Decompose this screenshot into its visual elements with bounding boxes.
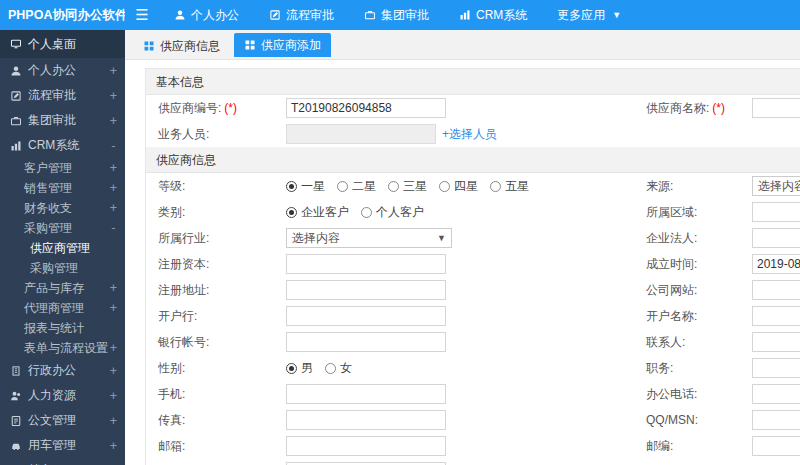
fax-input[interactable]: [286, 410, 446, 430]
gender-radio-female[interactable]: 女: [325, 360, 352, 377]
sidebar-item-customer-mgmt[interactable]: 客户管理 +: [0, 158, 125, 178]
level-radio-3[interactable]: 三星: [388, 178, 427, 195]
expand-marker: +: [110, 389, 117, 403]
required-mark: (*): [224, 101, 237, 115]
category-radio-personal[interactable]: 个人客户: [361, 204, 424, 221]
field-label: 性别:: [146, 360, 286, 377]
sidebar-item-documents[interactable]: 公文管理 +: [0, 408, 125, 433]
zip-input[interactable]: [752, 436, 800, 456]
qq-input[interactable]: [752, 410, 800, 430]
office-phone-input[interactable]: [752, 384, 800, 404]
person-icon: [10, 65, 22, 77]
menu-toggle-icon[interactable]: ☰: [125, 6, 159, 24]
form-row: 注册资本: 成立时间:: [146, 251, 800, 277]
sidebar-item-reports[interactable]: 报表与统计: [0, 318, 125, 338]
sidebar-item-sales-mgmt[interactable]: 销售管理 +: [0, 178, 125, 198]
person-icon: [174, 9, 186, 21]
industry-select[interactable]: 选择内容▼: [286, 228, 452, 248]
bank-input[interactable]: [286, 306, 446, 326]
established-date-input[interactable]: [752, 254, 800, 274]
sidebar-item-label: 用车管理: [28, 437, 104, 454]
topnav-personal-office[interactable]: 个人办公: [159, 0, 254, 30]
supplier-no-input[interactable]: [286, 98, 446, 118]
sidebar-item-crm[interactable]: CRM系统 -: [0, 133, 125, 158]
sidebar-item-desktop[interactable]: 个人桌面: [0, 30, 125, 58]
sidebar-item-supplier-mgmt[interactable]: 供应商管理: [0, 238, 125, 258]
topnav-crm[interactable]: CRM系统: [444, 0, 542, 30]
field-label: 公司网站:: [646, 282, 752, 299]
sidebar-item-purchase-mgmt[interactable]: 采购管理 -: [0, 218, 125, 238]
main-content: 供应商信息 供应商添加 基本信息 供应商编号:(*) 供应商名称:(*) 业务人…: [125, 30, 800, 465]
level-radio-4[interactable]: 四星: [439, 178, 478, 195]
field-label: 所属区域:: [646, 204, 752, 221]
category-radio-company[interactable]: 企业客户: [286, 204, 349, 221]
sidebar-item-label: 人力资源: [28, 387, 104, 404]
source-select[interactable]: 选择内容▼: [752, 176, 800, 196]
monitor-icon: [10, 38, 22, 50]
topnav-group-approval[interactable]: 集团审批: [349, 0, 444, 30]
sidebar-item-label: 产品与库存: [24, 280, 110, 297]
sidebar-item-products-inventory[interactable]: 产品与库存 +: [0, 278, 125, 298]
supplier-name-input[interactable]: [752, 98, 800, 118]
registered-capital-input[interactable]: [286, 254, 446, 274]
sidebar-item-archives[interactable]: 档案管理 +: [0, 458, 125, 465]
sidebar-item-label: 公文管理: [28, 412, 104, 429]
document-icon: [10, 415, 22, 427]
chevron-down-icon: ▼: [612, 10, 621, 20]
registered-address-input[interactable]: [286, 280, 446, 300]
sidebar-item-group-approval[interactable]: 集团审批 +: [0, 108, 125, 133]
tab-supplier-info[interactable]: 供应商信息: [133, 33, 230, 59]
radio-icon: [325, 363, 336, 374]
field-label: 来源:: [646, 178, 752, 195]
briefcase-icon: [364, 9, 376, 21]
section-header-supplier: 供应商信息: [146, 147, 800, 173]
gender-radio-male[interactable]: 男: [286, 360, 313, 377]
sales-person-input[interactable]: [286, 124, 436, 144]
sidebar-item-label: 采购管理: [30, 260, 117, 277]
sidebar-item-form-flow-settings[interactable]: 表单与流程设置 +: [0, 338, 125, 358]
website-input[interactable]: [752, 280, 800, 300]
sidebar-item-personal-office[interactable]: 个人办公 +: [0, 58, 125, 83]
choose-person-link[interactable]: +选择人员: [442, 126, 497, 143]
sidebar-item-label: 采购管理: [24, 220, 110, 237]
position-input[interactable]: [752, 358, 800, 378]
sidebar-item-finance[interactable]: 财务收支 +: [0, 198, 125, 218]
sidebar-item-agent-mgmt[interactable]: 代理商管理 +: [0, 298, 125, 318]
expand-marker: +: [110, 414, 117, 428]
region-input[interactable]: [752, 202, 800, 222]
expand-marker: +: [110, 89, 117, 103]
bar-chart-icon: [459, 9, 471, 21]
level-radio-1[interactable]: 一星: [286, 178, 325, 195]
sidebar-item-admin-office[interactable]: 行政办公 +: [0, 358, 125, 383]
level-radio-2[interactable]: 二星: [337, 178, 376, 195]
bank-no-input[interactable]: [286, 332, 446, 352]
required-mark: (*): [712, 101, 725, 115]
form-row: 开户行: 开户名称:: [146, 303, 800, 329]
form-row: 手机: 办公电话:: [146, 381, 800, 407]
section-header-basic: 基本信息: [146, 69, 800, 95]
expand-marker: +: [110, 281, 117, 295]
form-row: 类别: 企业客户 个人客户 所属区域:: [146, 199, 800, 225]
tab-supplier-add[interactable]: 供应商添加: [234, 33, 331, 57]
sidebar-item-label: 供应商管理: [30, 240, 117, 257]
field-label: 业务人员:: [146, 126, 286, 143]
sidebar-item-flow-approval[interactable]: 流程审批 +: [0, 83, 125, 108]
expand-marker: +: [110, 439, 117, 453]
field-label: 成立时间:: [646, 256, 752, 273]
collapse-marker: -: [110, 139, 117, 153]
field-label: 注册资本:: [146, 256, 286, 273]
legal-person-input[interactable]: [752, 228, 800, 248]
contact-input[interactable]: [752, 332, 800, 352]
people-icon: [10, 390, 22, 402]
sidebar-item-hr[interactable]: 人力资源 +: [0, 383, 125, 408]
level-radio-5[interactable]: 五星: [490, 178, 529, 195]
topnav-label: 集团审批: [381, 7, 429, 24]
sidebar-item-purchasing[interactable]: 采购管理: [0, 258, 125, 278]
email-input[interactable]: [286, 436, 446, 456]
field-label: 联系人:: [646, 334, 752, 351]
sidebar-item-vehicle[interactable]: 用车管理 +: [0, 433, 125, 458]
topnav-more-apps[interactable]: 更多应用 ▼: [542, 0, 636, 30]
mobile-input[interactable]: [286, 384, 446, 404]
topnav-flow-approval[interactable]: 流程审批: [254, 0, 349, 30]
bank-account-name-input[interactable]: [752, 306, 800, 326]
